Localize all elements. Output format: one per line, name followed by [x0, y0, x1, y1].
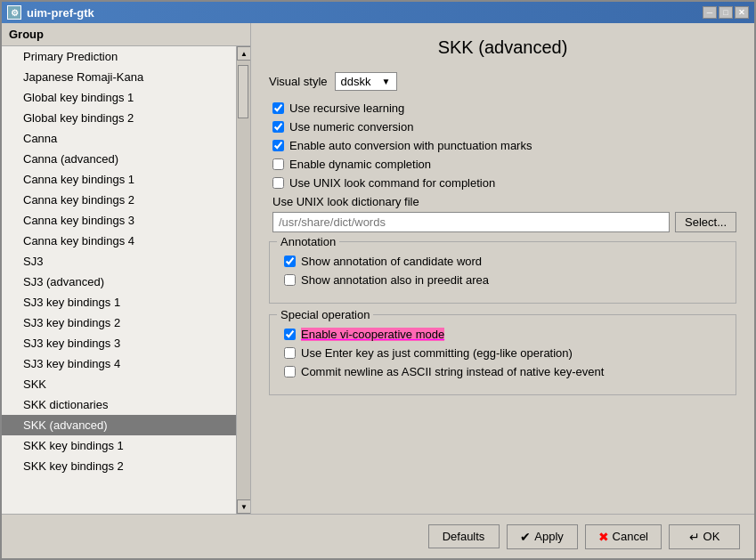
sidebar-item-5[interactable]: Canna (advanced) [2, 149, 236, 169]
checkbox-cb4[interactable] [272, 158, 284, 170]
scroll-up-button[interactable]: ▲ [237, 46, 250, 61]
defaults-button[interactable]: Defaults [428, 524, 500, 548]
top-checkboxes: Use recursive learningUse numeric conver… [269, 101, 736, 190]
sidebar-item-6[interactable]: Canna key bindings 1 [2, 169, 236, 190]
sidebar-item-11[interactable]: SJ3 (advanced) [2, 272, 236, 292]
special-checkboxes: Enable vi-cooperative modeUse Enter key … [280, 328, 725, 378]
cancel-icon: ✖ [598, 530, 609, 544]
window-title: uim-pref-gtk [27, 6, 94, 20]
sidebar-scroll-area: Primary PredictionJapanese Romaji-KanaGl… [2, 46, 250, 514]
ok-button[interactable]: ↵ OK [669, 524, 740, 549]
sidebar-item-13[interactable]: SJ3 key bindings 2 [2, 312, 236, 333]
sidebar-item-20[interactable]: SKK key bindings 2 [2, 456, 236, 476]
special-cb-row-sp1: Enable vi-cooperative mode [280, 328, 725, 341]
maximize-button[interactable]: □ [719, 6, 733, 19]
sidebar-item-8[interactable]: Canna key bindings 3 [2, 210, 236, 231]
visual-style-label: Visual style [269, 75, 328, 88]
checkbox-label-cb1[interactable]: Use recursive learning [289, 101, 404, 115]
scroll-down-button[interactable]: ▼ [237, 499, 250, 514]
cancel-label: Cancel [613, 530, 648, 543]
cancel-button[interactable]: ✖ Cancel [585, 524, 662, 549]
checkbox-cb1[interactable] [272, 102, 284, 114]
apply-label: Apply [534, 530, 564, 543]
checkbox-label-cb5[interactable]: Use UNIX look command for completion [289, 176, 495, 190]
sidebar-item-19[interactable]: SKK key bindings 1 [2, 435, 236, 456]
special-group: Special operation Enable vi-cooperative … [269, 314, 736, 395]
sidebar-list: Primary PredictionJapanese Romaji-KanaGl… [2, 46, 236, 514]
annotation-group-title: Annotation [277, 235, 339, 248]
visual-style-dropdown[interactable]: ddskk ▼ [335, 72, 397, 91]
sidebar-item-10[interactable]: SJ3 [2, 251, 236, 272]
sidebar-item-14[interactable]: SJ3 key bindings 3 [2, 333, 236, 353]
visual-style-row: Visual style ddskk ▼ [269, 72, 736, 91]
apply-icon: ✔ [520, 530, 531, 544]
annotation-group: Annotation Show annotation of candidate … [269, 241, 736, 304]
close-button[interactable]: ✕ [735, 6, 749, 19]
titlebar: ⚙ uim-pref-gtk ─ □ ✕ [2, 2, 754, 23]
visual-style-value: ddskk [341, 75, 371, 88]
defaults-label: Defaults [443, 530, 485, 543]
annotation-checkbox-ann2[interactable] [284, 274, 296, 286]
sidebar-item-4[interactable]: Canna [2, 128, 236, 149]
checkbox-cb5[interactable] [272, 177, 284, 189]
special-label-sp2[interactable]: Use Enter key as just committing (egg-li… [301, 346, 573, 360]
sidebar-item-18[interactable]: SKK (advanced) [2, 415, 236, 435]
checkbox-row-cb2: Use numeric conversion [269, 120, 736, 134]
special-group-title: Special operation [277, 308, 373, 321]
sidebar-item-17[interactable]: SKK dictionaries [2, 394, 236, 415]
sidebar-item-15[interactable]: SJ3 key bindings 4 [2, 353, 236, 374]
special-label-sp1[interactable]: Enable vi-cooperative mode [301, 328, 444, 341]
scroll-track[interactable] [237, 61, 250, 499]
unix-dict-label: Use UNIX look dictionary file [272, 195, 736, 208]
annotation-cb-row-ann2: Show annotation also in preedit area [280, 273, 725, 287]
window-icon: ⚙ [7, 5, 21, 20]
group-header: Group [2, 23, 250, 46]
checkbox-cb3[interactable] [272, 140, 284, 151]
panel-title: SKK (advanced) [269, 37, 736, 58]
checkbox-row-cb1: Use recursive learning [269, 101, 736, 115]
checkbox-row-cb5: Use UNIX look command for completion [269, 176, 736, 190]
sidebar-item-12[interactable]: SJ3 key bindings 1 [2, 292, 236, 312]
annotation-checkbox-ann1[interactable] [284, 256, 296, 267]
checkbox-label-cb3[interactable]: Enable auto conversion with punctuation … [289, 139, 532, 152]
checkbox-row-cb4: Enable dynamic completion [269, 158, 736, 171]
checkbox-row-cb3: Enable auto conversion with punctuation … [269, 139, 736, 152]
content-area: Group Primary PredictionJapanese Romaji-… [2, 23, 754, 514]
main-window: ⚙ uim-pref-gtk ─ □ ✕ Group Primary Predi… [0, 0, 756, 560]
unix-dict-row: Use UNIX look dictionary file Select... [269, 195, 736, 232]
special-checkbox-sp1[interactable] [284, 329, 296, 340]
annotation-cb-row-ann1: Show annotation of candidate word [280, 255, 725, 268]
special-checkbox-sp3[interactable] [284, 366, 296, 377]
dropdown-arrow-icon: ▼ [382, 77, 391, 86]
special-checkbox-sp2[interactable] [284, 347, 296, 359]
special-label-sp3[interactable]: Commit newline as ASCII string instead o… [301, 365, 604, 378]
unix-dict-input[interactable] [272, 212, 670, 232]
scroll-thumb[interactable] [238, 65, 248, 118]
special-cb-row-sp2: Use Enter key as just committing (egg-li… [280, 346, 725, 360]
left-panel: Group Primary PredictionJapanese Romaji-… [2, 23, 251, 514]
ok-label: OK [703, 530, 720, 543]
minimize-button[interactable]: ─ [703, 6, 717, 19]
annotation-label-ann1[interactable]: Show annotation of candidate word [301, 255, 482, 268]
right-panel: SKK (advanced) Visual style ddskk ▼ Use … [251, 23, 754, 514]
ok-icon: ↵ [689, 530, 700, 544]
checkbox-label-cb2[interactable]: Use numeric conversion [289, 120, 413, 134]
sidebar-item-9[interactable]: Canna key bindings 4 [2, 231, 236, 251]
sidebar-item-0[interactable]: Primary Prediction [2, 46, 236, 67]
sidebar-item-1[interactable]: Japanese Romaji-Kana [2, 67, 236, 87]
sidebar-item-2[interactable]: Global key bindings 1 [2, 87, 236, 108]
select-button[interactable]: Select... [675, 212, 736, 232]
bottom-bar: Defaults ✔ Apply ✖ Cancel ↵ OK [2, 514, 754, 558]
annotation-label-ann2[interactable]: Show annotation also in preedit area [301, 273, 489, 287]
titlebar-controls: ─ □ ✕ [703, 6, 749, 19]
sidebar-scrollbar[interactable]: ▲ ▼ [236, 46, 250, 514]
apply-button[interactable]: ✔ Apply [507, 524, 578, 549]
sidebar-item-16[interactable]: SKK [2, 374, 236, 394]
special-cb-row-sp3: Commit newline as ASCII string instead o… [280, 365, 725, 378]
checkbox-label-cb4[interactable]: Enable dynamic completion [289, 158, 431, 171]
sidebar-item-7[interactable]: Canna key bindings 2 [2, 190, 236, 210]
sidebar-item-3[interactable]: Global key bindings 2 [2, 108, 236, 128]
annotation-checkboxes: Show annotation of candidate wordShow an… [280, 255, 725, 287]
checkbox-cb2[interactable] [272, 121, 284, 133]
